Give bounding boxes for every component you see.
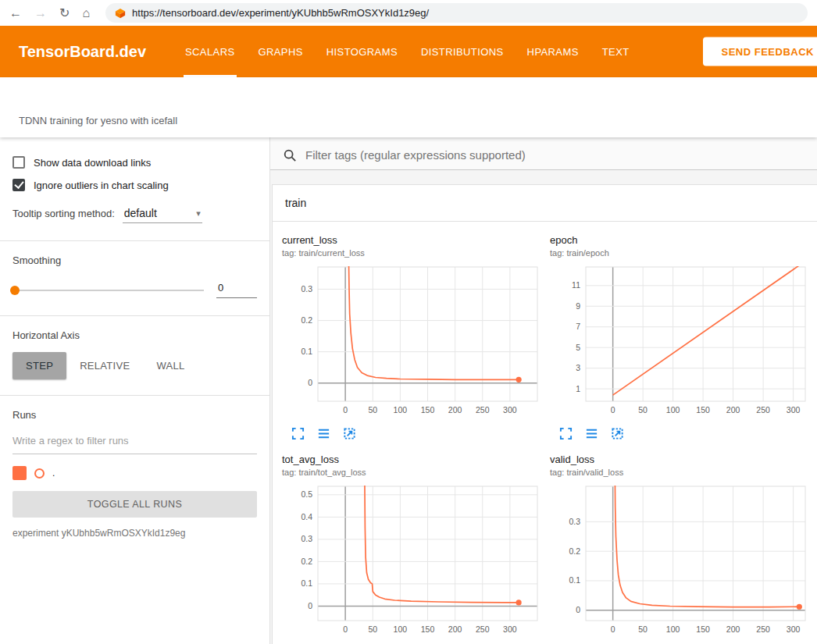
filter-tags-input[interactable] bbox=[304, 148, 805, 162]
checkbox-label: Ignore outliers in chart scaling bbox=[34, 180, 169, 191]
axis-wall-button[interactable]: WALL bbox=[143, 352, 198, 379]
svg-text:250: 250 bbox=[476, 405, 490, 415]
svg-text:200: 200 bbox=[726, 624, 740, 634]
chart-toolbar bbox=[282, 641, 542, 644]
svg-text:300: 300 bbox=[787, 624, 801, 634]
svg-text:50: 50 bbox=[368, 624, 377, 634]
horizontal-axis-label: Horizontal Axis bbox=[12, 329, 257, 341]
svg-text:0.4: 0.4 bbox=[301, 512, 312, 521]
top-nav: SCALARS GRAPHS HISTOGRAMS DISTRIBUTIONS … bbox=[185, 26, 630, 77]
svg-text:0.2: 0.2 bbox=[301, 315, 312, 325]
line-chart-valid-loss[interactable]: 05010015020025030000.10.20.3 bbox=[550, 482, 812, 641]
address-bar[interactable]: https://tensorboard.dev/experiment/yKUbh… bbox=[105, 3, 808, 23]
experiment-title: TDNN training for yesno with icefall bbox=[19, 115, 177, 126]
chart-tag: tag: train/tot_avg_loss bbox=[282, 468, 542, 477]
back-icon[interactable]: ← bbox=[9, 7, 22, 20]
chart-title: tot_avg_loss bbox=[282, 454, 542, 465]
chart-title: epoch bbox=[550, 234, 810, 246]
smoothing-slider[interactable] bbox=[12, 290, 204, 291]
chart-toolbar bbox=[550, 641, 810, 644]
svg-text:0.3: 0.3 bbox=[301, 284, 312, 294]
experiment-header: TDNN training for yesno with icefall bbox=[0, 77, 817, 137]
runs-label: Runs bbox=[12, 409, 257, 421]
horizontal-axis-buttons: STEP RELATIVE WALL bbox=[12, 352, 257, 379]
reload-icon[interactable]: ↻ bbox=[59, 7, 70, 20]
chart-title: valid_loss bbox=[550, 454, 810, 465]
log-scale-icon[interactable] bbox=[585, 427, 598, 440]
svg-text:0.2: 0.2 bbox=[301, 557, 312, 566]
tooltip-sorting-dropdown[interactable]: default ▾ bbox=[123, 205, 202, 223]
content-area: Show data download links Ignore outliers… bbox=[0, 137, 817, 644]
runs-filter-input[interactable] bbox=[12, 429, 257, 454]
svg-text:300: 300 bbox=[503, 405, 517, 415]
axis-step-button[interactable]: STEP bbox=[12, 352, 66, 379]
checkbox-label: Show data download links bbox=[34, 157, 151, 169]
svg-text:0.3: 0.3 bbox=[301, 534, 312, 543]
chart-toolbar bbox=[282, 422, 542, 443]
tab-histograms[interactable]: HISTOGRAMS bbox=[326, 26, 398, 77]
svg-text:0: 0 bbox=[343, 405, 348, 415]
search-icon bbox=[283, 148, 297, 162]
svg-text:150: 150 bbox=[696, 405, 710, 415]
chart-valid-loss: valid_loss tag: train/valid_loss 0501001… bbox=[547, 449, 813, 644]
fit-domain-icon[interactable] bbox=[611, 427, 624, 440]
svg-text:0.3: 0.3 bbox=[569, 517, 580, 526]
tab-scalars[interactable]: SCALARS bbox=[185, 26, 235, 77]
browser-toolbar: ← → ↻ ⌂ https://tensorboard.dev/experime… bbox=[0, 0, 817, 26]
expand-chart-icon[interactable] bbox=[291, 427, 305, 440]
svg-text:0: 0 bbox=[308, 378, 312, 387]
svg-text:200: 200 bbox=[448, 624, 462, 634]
line-chart-epoch[interactable]: 0501001502002503001357911 bbox=[550, 262, 812, 422]
svg-text:50: 50 bbox=[638, 624, 648, 634]
svg-text:0.5: 0.5 bbox=[301, 489, 312, 499]
run-checkbox[interactable] bbox=[12, 466, 27, 480]
forward-icon[interactable]: → bbox=[34, 7, 47, 20]
train-section-header[interactable]: train bbox=[273, 185, 817, 222]
svg-text:11: 11 bbox=[572, 280, 580, 290]
svg-text:300: 300 bbox=[503, 624, 517, 634]
chart-title: current_loss bbox=[282, 234, 542, 246]
url-text: https://tensorboard.dev/experiment/yKUbh… bbox=[132, 7, 429, 19]
tab-text[interactable]: TEXT bbox=[602, 26, 630, 77]
tab-graphs[interactable]: GRAPHS bbox=[259, 26, 303, 77]
svg-text:3: 3 bbox=[576, 363, 580, 372]
fit-domain-icon[interactable] bbox=[343, 427, 356, 440]
svg-text:150: 150 bbox=[421, 405, 435, 415]
svg-text:0: 0 bbox=[611, 624, 615, 634]
svg-text:200: 200 bbox=[448, 405, 462, 415]
log-scale-icon[interactable] bbox=[317, 427, 330, 440]
expand-chart-icon[interactable] bbox=[559, 427, 573, 440]
show-download-links-row: Show data download links bbox=[12, 156, 257, 169]
svg-text:200: 200 bbox=[726, 405, 740, 415]
tensorboard-logo[interactable]: TensorBoard.dev bbox=[19, 43, 146, 61]
svg-text:250: 250 bbox=[756, 405, 770, 415]
line-chart-tot-avg-loss[interactable]: 05010015020025030000.10.20.30.40.5 bbox=[282, 482, 544, 641]
svg-text:250: 250 bbox=[476, 624, 490, 634]
svg-text:50: 50 bbox=[368, 405, 377, 415]
svg-text:1: 1 bbox=[576, 384, 580, 393]
toggle-all-runs-button[interactable]: TOGGLE ALL RUNS bbox=[12, 491, 257, 518]
svg-text:5: 5 bbox=[576, 343, 580, 352]
home-icon[interactable]: ⌂ bbox=[82, 7, 90, 20]
line-chart-current-loss[interactable]: 05010015020025030000.10.20.3 bbox=[282, 262, 544, 422]
svg-text:0.1: 0.1 bbox=[301, 347, 312, 356]
svg-text:150: 150 bbox=[696, 624, 710, 634]
svg-text:0: 0 bbox=[576, 605, 580, 614]
send-feedback-button[interactable]: SEND FEEDBACK bbox=[703, 37, 817, 66]
axis-relative-button[interactable]: RELATIVE bbox=[66, 352, 143, 379]
show-download-links-checkbox[interactable] bbox=[12, 156, 25, 169]
svg-text:100: 100 bbox=[394, 624, 408, 634]
svg-text:7: 7 bbox=[576, 322, 580, 331]
smoothing-value-input[interactable] bbox=[216, 282, 257, 298]
smoothing-slider-row bbox=[12, 282, 257, 298]
tab-hparams[interactable]: HPARAMS bbox=[527, 26, 579, 77]
chart-epoch: epoch tag: train/epoch 05010015020025030… bbox=[547, 229, 813, 444]
svg-text:100: 100 bbox=[666, 624, 680, 634]
ignore-outliers-checkbox[interactable] bbox=[12, 179, 25, 191]
tooltip-sorting-label: Tooltip sorting method: bbox=[12, 208, 115, 219]
tab-distributions[interactable]: DISTRIBUTIONS bbox=[421, 26, 504, 77]
slider-thumb[interactable] bbox=[10, 286, 20, 295]
charts-main: train current_loss tag: train/current_lo… bbox=[270, 137, 817, 644]
divider bbox=[0, 395, 269, 396]
svg-text:0.1: 0.1 bbox=[301, 578, 312, 588]
